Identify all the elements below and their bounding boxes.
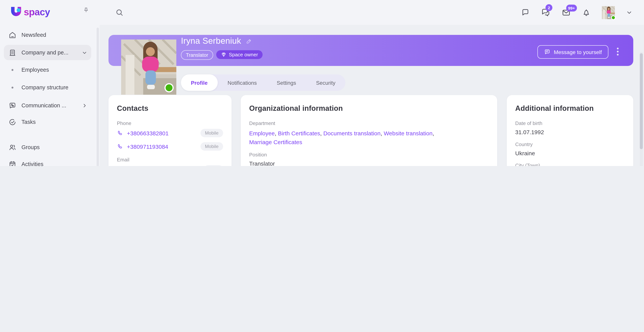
sidebar-item-label: Tasks <box>22 119 36 125</box>
organizational-info-card: Organizational information Department Em… <box>241 95 497 166</box>
sidebar-item-employees[interactable]: Employees <box>4 63 91 77</box>
card-title: Organizational information <box>249 104 489 113</box>
home-icon <box>8 31 16 39</box>
task-check-icon <box>8 118 16 126</box>
logo-text: spacy <box>24 6 50 18</box>
logo-u-icon <box>9 5 23 19</box>
department-label: Department <box>249 120 489 126</box>
chevron-down-icon[interactable] <box>626 9 632 16</box>
sidebar-item-label: Newsfeed <box>22 32 46 38</box>
phone-row: +380971193084 Mobile <box>117 142 223 151</box>
sidebar-item-company-and-people[interactable]: Company and pe... <box>4 45 91 60</box>
department-links: Employee, Birth Certificates, Documents … <box>249 129 489 146</box>
department-link[interactable]: Employee <box>249 130 275 136</box>
department-link[interactable]: Birth Certificates <box>278 130 320 136</box>
sidebar-item-groups[interactable]: Groups <box>4 140 91 154</box>
messenger-badge: 2 <box>546 4 552 11</box>
mail-icon[interactable]: 99+ <box>562 8 571 17</box>
message-to-yourself-button[interactable]: Message to yourself <box>537 45 608 59</box>
phone-number[interactable]: +380663382801 <box>127 130 169 136</box>
tab-settings[interactable]: Settings <box>267 74 306 91</box>
sidebar-item-label: Communication ... <box>22 102 66 108</box>
app-window: spacy Newsfeed Company and pe... Employe <box>0 0 644 166</box>
communication-icon <box>8 102 16 110</box>
contacts-card: Contacts Phone +380663382801 Mobile +380… <box>108 95 232 166</box>
sidebar-item-communication[interactable]: Communication ... <box>4 98 91 112</box>
search-icon[interactable] <box>115 8 124 17</box>
tab-notifications[interactable]: Notifications <box>218 74 267 91</box>
phone-number[interactable]: +380971193084 <box>127 143 168 150</box>
space-owner-badge: Space owner <box>216 50 262 59</box>
email-label: Email <box>117 157 223 162</box>
user-avatar[interactable] <box>602 6 615 19</box>
phone-tag: Mobile <box>200 142 223 151</box>
department-link[interactable]: Documents translation <box>323 130 381 136</box>
sidebar-item-label: Employees <box>22 67 49 73</box>
country-label: Country <box>515 142 625 147</box>
sidebar-item-newsfeed[interactable]: Newsfeed <box>4 28 91 42</box>
chevron-down-icon <box>82 50 88 56</box>
profile-name: Iryna Serbeniuk <box>181 36 241 46</box>
email-row: ireneserbeniuk+1@g... Main <box>117 165 223 166</box>
diamond-icon <box>221 52 226 58</box>
phone-row: +380663382801 Mobile <box>117 129 223 137</box>
bullet-icon <box>8 84 16 92</box>
dob-label: Date of birth <box>515 120 625 126</box>
bell-icon[interactable] <box>582 8 591 17</box>
pin-sidebar-icon[interactable] <box>82 7 90 14</box>
position-value: Translator <box>249 160 489 166</box>
dob-value: 31.07.1992 <box>515 129 625 135</box>
comments-icon[interactable] <box>521 8 530 17</box>
edit-name-icon[interactable] <box>246 38 252 44</box>
tab-security[interactable]: Security <box>306 74 346 91</box>
department-link[interactable]: Marriage Certificates <box>249 139 302 145</box>
phone-icon <box>117 143 124 150</box>
profile-avatar[interactable] <box>121 40 176 95</box>
phone-label: Phone <box>117 120 223 126</box>
phone-tag: Mobile <box>200 129 223 137</box>
sidebar-item-tasks[interactable]: Tasks <box>4 115 91 129</box>
position-label: Position <box>249 152 489 158</box>
chevron-right-icon <box>82 102 88 108</box>
scrollbar-thumb[interactable] <box>640 53 643 149</box>
calendar-check-icon <box>8 160 16 166</box>
card-title: Additional information <box>515 104 625 113</box>
profile-tabs: Profile Notifications Settings Security <box>181 74 346 91</box>
more-options-icon[interactable] <box>612 46 622 56</box>
company-icon <box>8 48 16 56</box>
sidebar-item-label: Company structure <box>22 84 68 90</box>
topbar: 2 99+ <box>100 0 644 25</box>
sidebar-item-label: Company and pe... <box>22 50 68 56</box>
online-status-dot <box>164 83 174 92</box>
country-value: Ukraine <box>515 150 625 156</box>
app-logo[interactable]: spacy <box>9 5 50 19</box>
sidebar-item-activities[interactable]: Activities <box>4 157 91 166</box>
role-badge: Translator <box>181 50 213 60</box>
tab-profile[interactable]: Profile <box>181 74 218 91</box>
phone-icon <box>117 130 124 136</box>
city-label: City (Town) <box>515 162 625 166</box>
bullet-icon <box>8 66 16 74</box>
sidebar-item-label: Activities <box>22 161 43 166</box>
sidebar-item-company-structure[interactable]: Company structure <box>4 80 91 94</box>
department-link[interactable]: Website translation <box>384 130 432 136</box>
mail-badge: 99+ <box>566 4 577 11</box>
email-tag: Main <box>204 165 223 166</box>
chat-icon <box>544 49 550 55</box>
sidebar: spacy Newsfeed Company and pe... Employe <box>0 0 100 166</box>
groups-icon <box>8 143 16 151</box>
additional-info-card: Additional information Date of birth 31.… <box>507 95 633 166</box>
card-title: Contacts <box>117 104 223 113</box>
main-content: Iryna Serbeniuk Translator Space owner M… <box>100 25 644 166</box>
sidebar-scrollbar[interactable] <box>96 28 99 166</box>
sidebar-item-label: Groups <box>22 144 40 150</box>
messenger-icon[interactable]: 2 <box>541 8 550 17</box>
online-status-dot <box>611 15 616 20</box>
